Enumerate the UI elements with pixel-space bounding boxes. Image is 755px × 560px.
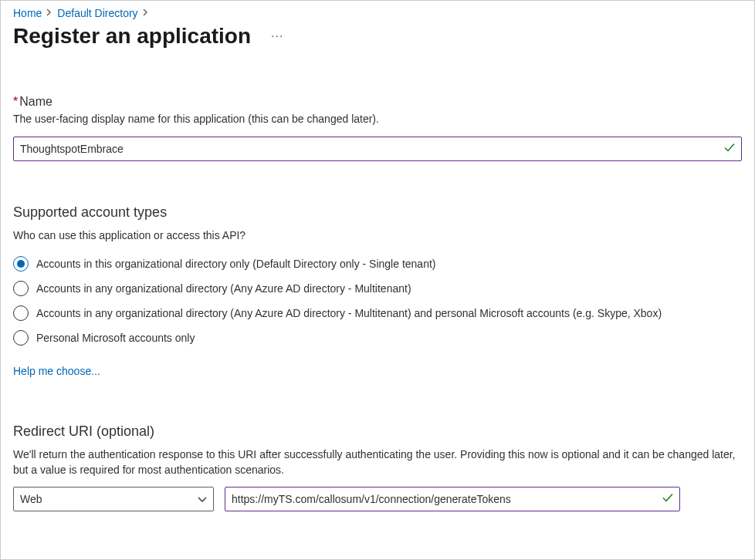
radio-multitenant-personal[interactable]: Accounts in any organizational directory… bbox=[13, 302, 742, 325]
name-label: *Name bbox=[13, 95, 742, 109]
radio-icon bbox=[13, 330, 29, 346]
radio-single-tenant[interactable]: Accounts in this organizational director… bbox=[13, 252, 742, 275]
radio-icon bbox=[13, 281, 29, 296]
redirect-uri-heading: Redirect URI (optional) bbox=[13, 423, 742, 440]
redirect-uri-help: We'll return the authentication response… bbox=[13, 447, 742, 477]
name-input[interactable] bbox=[13, 137, 742, 161]
radio-personal-only[interactable]: Personal Microsoft accounts only bbox=[13, 326, 742, 349]
radio-label: Personal Microsoft accounts only bbox=[36, 332, 195, 344]
redirect-uri-section: Redirect URI (optional) We'll return the… bbox=[13, 423, 742, 511]
name-section: *Name The user-facing display name for t… bbox=[13, 95, 742, 161]
radio-icon bbox=[13, 256, 29, 272]
required-asterisk: * bbox=[13, 95, 18, 108]
radio-icon bbox=[13, 305, 29, 321]
chevron-right-icon bbox=[46, 8, 52, 19]
page-title: Register an application bbox=[13, 24, 251, 49]
more-icon[interactable]: ··· bbox=[271, 29, 283, 43]
redirect-uri-input[interactable] bbox=[225, 487, 680, 511]
platform-select[interactable]: Web bbox=[13, 487, 214, 511]
radio-label: Accounts in any organizational directory… bbox=[36, 282, 411, 295]
breadcrumb-home[interactable]: Home bbox=[13, 7, 42, 19]
chevron-down-icon bbox=[198, 493, 207, 505]
platform-select-value: Web bbox=[20, 493, 42, 505]
breadcrumb-directory[interactable]: Default Directory bbox=[57, 7, 137, 19]
chevron-right-icon bbox=[143, 8, 149, 19]
account-types-question: Who can use this application or access t… bbox=[13, 228, 742, 244]
radio-multitenant[interactable]: Accounts in any organizational directory… bbox=[13, 277, 742, 300]
radio-label: Accounts in this organizational director… bbox=[36, 258, 435, 270]
radio-label: Accounts in any organizational directory… bbox=[36, 307, 662, 319]
account-types-radio-group: Accounts in this organizational director… bbox=[13, 252, 742, 349]
account-types-heading: Supported account types bbox=[13, 204, 742, 221]
name-help-text: The user-facing display name for this ap… bbox=[13, 112, 742, 127]
account-types-section: Supported account types Who can use this… bbox=[13, 204, 742, 378]
breadcrumb: Home Default Directory bbox=[13, 7, 742, 19]
help-me-choose-link[interactable]: Help me choose... bbox=[13, 365, 100, 377]
